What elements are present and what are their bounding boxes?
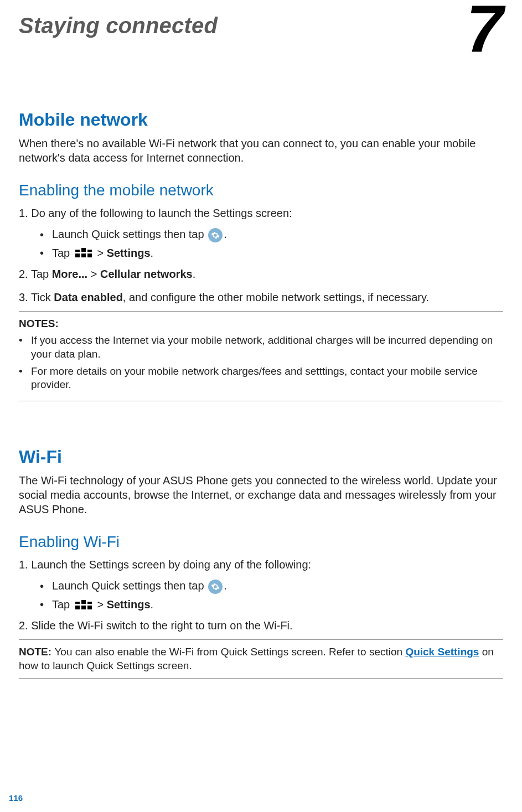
bullet-icon: • <box>40 597 52 612</box>
bullet-icon: • <box>19 334 31 361</box>
bullet-text: Tap > Settings. <box>52 597 153 612</box>
notes-label: NOTES: <box>19 317 503 331</box>
bullet-icon: • <box>40 227 52 242</box>
apps-grid-icon <box>75 600 92 611</box>
heading-wifi: Wi-Fi <box>19 446 503 469</box>
heading-mobile-network: Mobile network <box>19 108 503 132</box>
bullet-text: Tap > Settings. <box>52 246 153 260</box>
mobile-notes-box: NOTES: • If you access the Internet via … <box>19 311 503 401</box>
subheading-enabling-wifi: Enabling Wi-Fi <box>19 532 503 552</box>
subheading-enabling-mobile: Enabling the mobile network <box>19 180 503 200</box>
wifi-bullet-quicksettings: • Launch Quick settings then tap . <box>40 578 503 594</box>
note-content: NOTE: You can also enable the Wi-Fi from… <box>19 646 494 671</box>
chapter-number: 7 <box>466 3 503 53</box>
mobile-step-2: 2. Tap More... > Cellular networks. <box>19 267 503 281</box>
mobile-intro-text: When there's no available Wi-Fi network … <box>19 136 503 165</box>
page-number: 116 <box>9 793 23 804</box>
wifi-bullet-apps: • Tap > Settings. <box>40 597 503 612</box>
note-text: For more details on your mobile network … <box>31 365 503 392</box>
apps-grid-icon <box>75 248 92 259</box>
bullet-icon: • <box>40 246 52 260</box>
gear-icon <box>208 228 223 242</box>
bullet-text: Launch Quick settings then tap . <box>52 578 227 594</box>
wifi-note-box: NOTE: You can also enable the Wi-Fi from… <box>19 639 503 679</box>
bullet-icon: • <box>40 579 52 593</box>
bullet-icon: • <box>19 365 31 392</box>
quick-settings-link[interactable]: Quick Settings <box>405 646 479 658</box>
wifi-step-1: 1. Launch the Settings screen by doing a… <box>19 557 503 572</box>
wifi-intro-text: The Wi-Fi technology of your ASUS Phone … <box>19 473 503 516</box>
bullet-text: Launch Quick settings then tap . <box>52 227 227 242</box>
gear-icon <box>208 580 223 594</box>
chapter-header: Staying connected 7 <box>19 11 503 53</box>
mobile-bullet-apps: • Tap > Settings. <box>40 246 503 260</box>
chapter-title: Staying connected <box>19 11 218 40</box>
mobile-step-3: 3. Tick Data enabled, and configure the … <box>19 290 503 304</box>
note-text: If you access the Internet via your mobi… <box>31 334 503 361</box>
mobile-step-1: 1. Do any of the following to launch the… <box>19 206 503 220</box>
wifi-step-2: 2. Slide the Wi-Fi switch to the right t… <box>19 618 503 633</box>
mobile-bullet-quicksettings: • Launch Quick settings then tap . <box>40 227 503 242</box>
